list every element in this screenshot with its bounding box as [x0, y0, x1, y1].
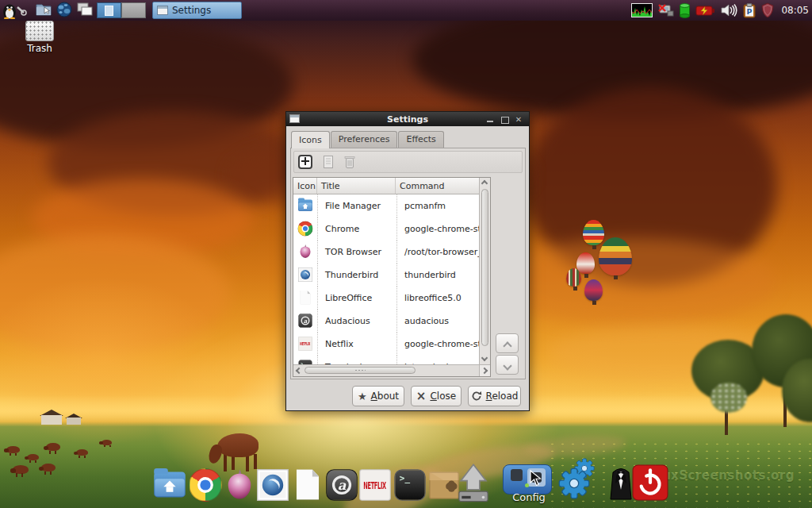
windows-icon: [76, 2, 94, 17]
row-title: Thunderbird: [317, 264, 396, 287]
tab-preferences[interactable]: Preferences: [331, 131, 398, 148]
table-row-partial[interactable]: >_ Terminal lxterminal: [293, 356, 479, 364]
volume-icon[interactable]: [720, 3, 738, 17]
file-manager-icon: [297, 198, 313, 214]
close-dialog-button[interactable]: × Close: [411, 386, 462, 406]
add-button[interactable]: [298, 155, 312, 169]
table-header: Icon Title Command: [293, 178, 479, 194]
chevron-up-icon: [503, 341, 511, 350]
audacious-icon: a: [297, 313, 313, 329]
table-row[interactable]: TOR Browser /root/tor-browser_e: [293, 241, 479, 264]
about-button[interactable]: ★ About: [352, 386, 404, 406]
row-title: Chrome: [317, 217, 396, 241]
cow: [41, 464, 56, 471]
table-rows: File Manager pcmanfm Chrome google-chrom…: [293, 194, 479, 364]
dock-thunderbird[interactable]: [255, 468, 290, 502]
workspace-pager[interactable]: [97, 2, 146, 18]
scroll-up-icon[interactable]: [481, 180, 488, 187]
blossom-tree: [710, 383, 747, 413]
cow: [76, 449, 88, 456]
show-desktop-button[interactable]: [76, 2, 94, 21]
tab-icons[interactable]: Icons: [291, 131, 330, 148]
table-row[interactable]: File Manager pcmanfm: [293, 194, 479, 217]
task-button-label: Settings: [172, 5, 211, 16]
farm-house: [41, 408, 89, 425]
shield-icon[interactable]: [760, 2, 775, 18]
window-titlebar[interactable]: Settings ✕: [286, 112, 529, 126]
libreoffice-icon: [297, 290, 313, 306]
trash-desktop-icon[interactable]: Trash: [17, 21, 62, 56]
dock-chrome[interactable]: [188, 468, 223, 502]
dock-terminal[interactable]: >_: [393, 468, 427, 502]
trash-label: Trash: [17, 43, 62, 54]
dock-power[interactable]: [632, 464, 668, 504]
workspace-2[interactable]: [121, 2, 146, 18]
dock-audacious[interactable]: a: [324, 468, 359, 502]
table-row[interactable]: Chrome google-chrome-sta: [293, 217, 479, 241]
disk-green-icon[interactable]: [679, 3, 691, 18]
row-command: /root/tor-browser_e: [396, 241, 479, 264]
network-offline-icon[interactable]: [657, 3, 674, 17]
table-row[interactable]: a Audacious audacious: [293, 310, 479, 333]
row-command: google-chrome-sta: [396, 333, 479, 356]
row-command: thunderbird: [396, 264, 479, 287]
dock-netflix[interactable]: NETFLIX: [358, 468, 393, 502]
tor-onion-icon: [297, 244, 313, 260]
globe-icon: [56, 2, 72, 17]
reload-icon: [471, 391, 482, 402]
column-header-command[interactable]: Command: [396, 178, 479, 194]
dock-tor-browser[interactable]: [222, 468, 257, 502]
icon-list: Icon Title Command File Manager pcmanfm …: [293, 177, 491, 377]
mouse-cursor: [530, 470, 542, 490]
workspace-window-thumb: [105, 6, 113, 16]
trash-can-icon: [343, 155, 357, 169]
clock[interactable]: 08:05: [779, 5, 809, 16]
dock-download[interactable]: [454, 463, 493, 507]
download-arrow-icon: [454, 463, 493, 504]
move-down-button[interactable]: [496, 355, 519, 375]
column-header-title[interactable]: Title: [317, 178, 396, 194]
scroll-right-button[interactable]: [479, 365, 490, 376]
trash-icon: [25, 21, 54, 41]
terminal-icon: >_: [297, 359, 313, 364]
table-row[interactable]: LibreOffice libreoffice5.0: [293, 287, 479, 310]
reload-label: Reload: [486, 391, 519, 402]
cpu-graph-icon[interactable]: [631, 3, 653, 17]
file-manager-launcher[interactable]: [35, 2, 52, 21]
column-header-icon[interactable]: Icon: [293, 178, 317, 194]
tab-effects[interactable]: Effects: [398, 131, 443, 148]
minimize-button[interactable]: [486, 116, 494, 123]
clipboard-manager-icon[interactable]: P: [743, 3, 756, 18]
folder-icon: [35, 2, 52, 17]
reload-button[interactable]: Reload: [468, 386, 521, 406]
table-row[interactable]: NETFLIX Netflix google-chrome-sta: [293, 333, 479, 356]
dock-file-manager[interactable]: [152, 468, 187, 502]
window-icon: [157, 6, 168, 15]
table-row[interactable]: Thunderbird thunderbird: [293, 264, 479, 287]
menu-button[interactable]: [2, 2, 27, 22]
horizontal-scroll-thumb[interactable]: [304, 367, 416, 374]
battery-charging-icon[interactable]: [695, 5, 715, 17]
scroll-down-icon[interactable]: [481, 355, 488, 361]
workspace-1-active[interactable]: [97, 2, 121, 18]
move-up-button[interactable]: [496, 333, 519, 353]
web-launcher[interactable]: [56, 2, 72, 21]
maximize-button[interactable]: [500, 116, 508, 123]
vertical-scrollbar[interactable]: [479, 178, 490, 364]
row-command: audacious: [396, 310, 479, 333]
dock-libreoffice[interactable]: [290, 468, 325, 502]
scroll-left-icon[interactable]: [296, 368, 302, 374]
edit-icon: [321, 155, 335, 169]
window-icon: [289, 114, 300, 123]
delete-button[interactable]: [343, 155, 357, 169]
task-button-settings[interactable]: Settings: [152, 2, 242, 19]
dock-config[interactable]: [503, 464, 552, 495]
vertical-scroll-thumb[interactable]: [481, 189, 488, 346]
hot-air-balloon: [566, 268, 581, 287]
close-button[interactable]: ✕: [515, 116, 523, 123]
dock-gears[interactable]: [557, 456, 603, 506]
horizontal-scrollbar[interactable]: [293, 364, 490, 376]
cow: [6, 446, 20, 453]
penguin-wrench-icon: [2, 2, 27, 19]
edit-button[interactable]: [321, 155, 335, 169]
